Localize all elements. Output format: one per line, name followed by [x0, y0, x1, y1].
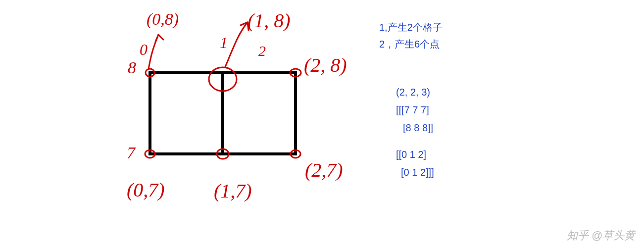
spacer — [396, 137, 434, 146]
x-tick-2: 2 — [258, 43, 266, 59]
note-line-1: 1,产生2个格子 — [379, 19, 443, 36]
note-line-2: 2，产生6个点 — [379, 36, 443, 52]
grid-cells — [149, 71, 297, 155]
output-shape: (2, 2, 3) — [396, 83, 434, 101]
output-block: (2, 2, 3) [[[7 7 7] [8 8 8]] [[0 1 2] [0… — [396, 83, 434, 181]
annotation-overlay — [0, 0, 644, 248]
output-arr2-r0: [[0 1 2] — [396, 146, 434, 163]
label-1-7: (1,7) — [214, 179, 252, 202]
label-1-8: (1, 8) — [248, 9, 291, 32]
label-0-8: (0,8) — [147, 10, 179, 29]
output-arr1-r1: [8 8 8]] — [396, 119, 434, 137]
label-0-7: (0,7) — [127, 178, 165, 201]
output-arr2-r1: [0 1 2]]] — [396, 163, 434, 181]
notes-block: 1,产生2个格子 2，产生6个点 — [379, 19, 443, 52]
label-2-8: (2, 8) — [304, 53, 347, 77]
y-tick-8: 8 — [128, 58, 136, 77]
y-tick-7: 7 — [127, 144, 135, 162]
grid-divider — [221, 74, 224, 152]
label-2-7: (2,7) — [305, 158, 343, 182]
x-tick-0: 0 — [140, 41, 148, 59]
stage: 8 7 0 1 2 (0,8) (1, 8) (2, 8) (0,7) (1,7… — [0, 0, 644, 248]
x-tick-1: 1 — [220, 34, 228, 52]
output-arr1-r0: [[[7 7 7] — [396, 101, 434, 119]
watermark: 知乎 @草头黄 — [567, 228, 635, 243]
